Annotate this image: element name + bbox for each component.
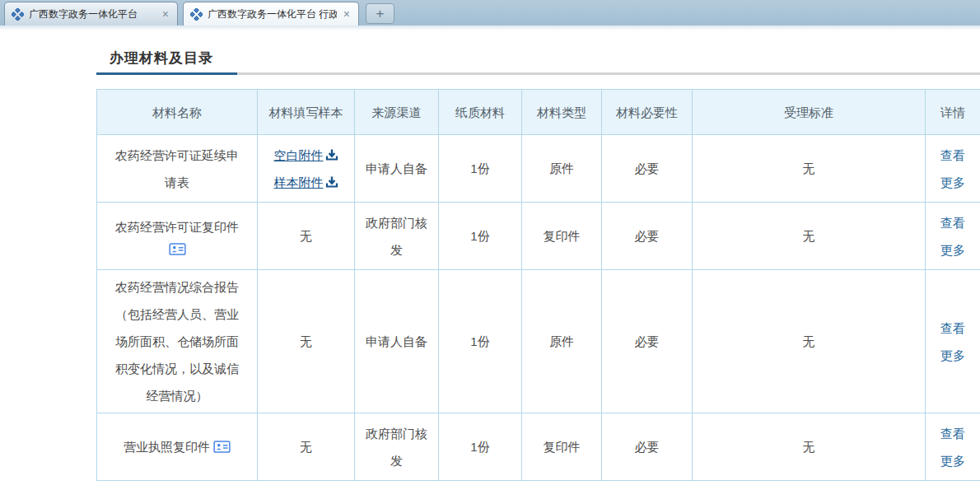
- sample-cell: 空白附件 样本附件: [258, 135, 355, 203]
- type-cell: 原件: [522, 135, 602, 203]
- id-card-icon[interactable]: [169, 243, 186, 255]
- col-header-necessity: 材料必要性: [602, 90, 693, 135]
- col-header-type: 材料类型: [522, 90, 602, 135]
- platform-logo-icon: [190, 8, 203, 21]
- paper-cell: 1份: [439, 203, 522, 270]
- more-link[interactable]: 更多: [934, 236, 972, 264]
- download-icon: [325, 175, 338, 189]
- table-row: 农药经营许可证延续申请表 空白附件 样本附件 申请人自备 1份 原件 必要 无 …: [97, 135, 980, 203]
- material-name: 农药经营许可证复印件: [97, 203, 258, 270]
- material-name: 农药经营许可证延续申请表: [97, 135, 258, 203]
- source-cell: 政府部门核发: [355, 203, 439, 270]
- standard-cell: 无: [693, 413, 926, 481]
- sample-cell: 无: [258, 203, 355, 270]
- table-header-row: 材料名称 材料填写样本 来源渠道 纸质材料 材料类型 材料必要性 受理标准 详情: [97, 90, 980, 135]
- material-name: 农药经营情况综合报告（包括经营人员、营业场所面积、仓储场所面积变化情况，以及诚信…: [97, 270, 258, 413]
- type-cell: 复印件: [522, 413, 602, 481]
- tab-title: 广西数字政务一体化平台: [29, 7, 156, 21]
- col-header-sample: 材料填写样本: [258, 90, 355, 135]
- col-header-material-name: 材料名称: [97, 90, 258, 135]
- col-header-source: 来源渠道: [355, 90, 439, 135]
- detail-cell: 查看 更多: [926, 135, 980, 203]
- view-link[interactable]: 查看: [934, 142, 972, 169]
- necessity-cell: 必要: [602, 203, 693, 270]
- view-link[interactable]: 查看: [934, 420, 972, 447]
- col-header-paper: 纸质材料: [439, 90, 522, 135]
- tab-guangxi-platform-xingzheng[interactable]: 广西数字政务一体化平台 行政 ×: [183, 2, 359, 26]
- sample-cell: 无: [258, 413, 355, 481]
- sample-cell: 无: [258, 270, 355, 413]
- tab-close-icon[interactable]: ×: [342, 8, 352, 20]
- paper-cell: 1份: [439, 270, 522, 413]
- detail-cell: 查看 更多: [926, 203, 980, 270]
- col-header-standard: 受理标准: [693, 90, 926, 135]
- title-divider: [96, 72, 980, 75]
- sample-attachment-link[interactable]: 样本附件: [274, 169, 338, 196]
- table-row: 农药经营许可证复印件 无 政府部门核发 1份 复印件 必要 无 查看 更多: [97, 203, 980, 270]
- view-link[interactable]: 查看: [934, 315, 972, 342]
- tab-guangxi-platform[interactable]: 广西数字政务一体化平台 ×: [4, 2, 178, 26]
- source-cell: 申请人自备: [355, 270, 439, 413]
- paper-cell: 1份: [439, 135, 522, 203]
- standard-cell: 无: [693, 270, 926, 413]
- more-link[interactable]: 更多: [934, 447, 972, 474]
- platform-logo-icon: [12, 8, 24, 21]
- browser-tab-bar: 广西数字政务一体化平台 × 广西数字政务一体化平台 行政 × +: [0, 0, 980, 26]
- tab-close-icon[interactable]: ×: [161, 8, 170, 20]
- blank-attachment-link[interactable]: 空白附件: [274, 142, 338, 169]
- more-link[interactable]: 更多: [934, 169, 972, 196]
- paper-cell: 1份: [439, 413, 522, 481]
- material-name: 营业执照复印件: [97, 413, 258, 481]
- detail-cell: 查看 更多: [926, 270, 980, 413]
- new-tab-button[interactable]: +: [366, 3, 394, 24]
- table-row: 营业执照复印件 无 政府部门核发 1份 复印件 必要 无 查看 更多: [97, 413, 980, 481]
- page-title: 办理材料及目录: [110, 49, 213, 68]
- standard-cell: 无: [693, 135, 926, 203]
- more-link[interactable]: 更多: [934, 342, 972, 369]
- necessity-cell: 必要: [602, 270, 693, 413]
- tab-title: 广西数字政务一体化平台 行政: [208, 7, 337, 21]
- type-cell: 复印件: [522, 203, 602, 270]
- source-cell: 申请人自备: [355, 135, 439, 203]
- detail-cell: 查看 更多: [926, 413, 980, 481]
- table-row: 农药经营情况综合报告（包括经营人员、营业场所面积、仓储场所面积变化情况，以及诚信…: [97, 270, 980, 413]
- view-link[interactable]: 查看: [934, 209, 972, 236]
- col-header-detail: 详情: [926, 90, 980, 135]
- source-cell: 政府部门核发: [355, 413, 439, 481]
- type-cell: 原件: [522, 270, 602, 413]
- necessity-cell: 必要: [602, 413, 693, 481]
- necessity-cell: 必要: [602, 135, 693, 203]
- id-card-icon[interactable]: [213, 441, 231, 453]
- standard-cell: 无: [693, 203, 926, 270]
- download-icon: [325, 148, 338, 161]
- tab-bar-shadow: [0, 26, 980, 30]
- materials-table: 材料名称 材料填写样本 来源渠道 纸质材料 材料类型 材料必要性 受理标准 详情…: [96, 89, 980, 481]
